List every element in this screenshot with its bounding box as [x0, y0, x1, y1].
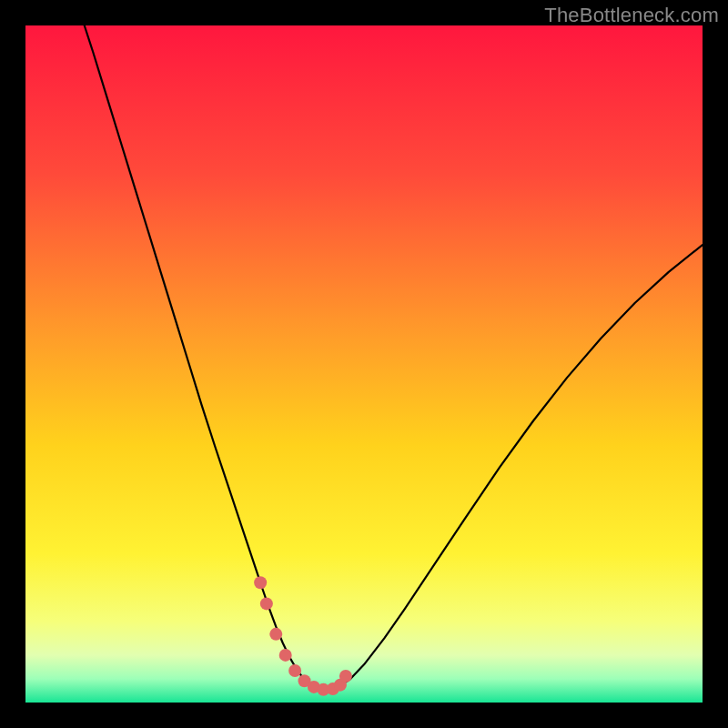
- watermark-text: TheBottleneck.com: [544, 4, 719, 27]
- chart-svg: [25, 25, 703, 703]
- trough-marker: [254, 576, 267, 589]
- trough-marker: [288, 664, 301, 677]
- trough-marker: [269, 628, 282, 641]
- gradient-background: [25, 25, 703, 703]
- trough-marker: [339, 670, 352, 682]
- trough-marker: [279, 649, 292, 662]
- chart-frame: [25, 25, 703, 703]
- trough-marker: [260, 597, 273, 610]
